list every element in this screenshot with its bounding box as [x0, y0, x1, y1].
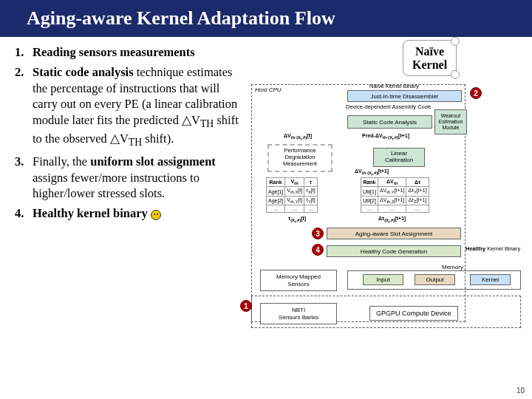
pred-dvth-label: Pred-ΔVth-(Xi,#)[t+1]: [362, 133, 409, 142]
diagram-area: Host CPU NaïveKernel Naïve Kernel Binary…: [251, 44, 525, 226]
memory-output-cell: Output: [415, 274, 455, 285]
title-banner: Aging-aware Kernel Adaptation Flow: [0, 0, 532, 37]
step-num: 3.: [15, 154, 33, 201]
memory-input-cell: Input: [363, 274, 403, 285]
step-text: Finally, the uniform slot assignment ass…: [33, 154, 245, 201]
tau-t-label: τ(Xi,#)[t]: [288, 216, 306, 225]
step-text: Static code analysis technique estimates…: [33, 64, 245, 149]
step-num: 4.: [15, 205, 33, 221]
memory-kernel-cell: Kernel: [470, 274, 511, 285]
step-marker-3: 3: [312, 228, 324, 239]
static-code-analysis-box: Static Code Analysis: [347, 115, 432, 129]
gpgpu-box: GPGPU Compute Device: [369, 306, 458, 321]
step-marker-4: 4: [312, 244, 324, 256]
smiley-icon: [151, 210, 161, 220]
host-cpu-label: Host CPU: [255, 86, 282, 93]
pdm-table: RankVthτ Age[1]Vth,X[t]τX[t] Age[2]Vth,Y…: [266, 177, 318, 213]
nbti-sensors-box: NBTISensors Banks: [260, 303, 337, 324]
content-area: 1.Reading sensors measurements 2.Static …: [0, 37, 532, 226]
device-dep-code-label: Device-dependent Assembly Code: [346, 103, 431, 110]
healthy-kernel-binary-label: Healthy Kernel Binary: [466, 245, 520, 252]
step-marker-1: 1: [240, 300, 252, 312]
naive-kernel-scroll: NaïveKernel: [403, 40, 457, 76]
memory-region: Input Output Kernel: [347, 270, 521, 290]
step-text: Healthy kernel binary: [33, 205, 245, 221]
dtau-t1-label: Δτ(Xi,#)[t+1]: [378, 216, 406, 225]
slide-number: 10: [516, 386, 525, 395]
page-title: Aging-aware Kernel Adaptation Flow: [27, 7, 335, 30]
step-marker-2: 2: [470, 87, 482, 99]
jit-disassembler-box: Just-in-time Disassembler: [347, 90, 462, 102]
step-num: 1.: [15, 44, 33, 60]
naive-kernel-binary-label: Naïve Kernel Binary: [369, 83, 419, 89]
slot-assignment-box: Aging-aware Slot Assignment: [327, 228, 461, 239]
memory-mapped-sensors-box: Memory MappedSensors: [260, 270, 337, 291]
step-text: Reading sensors measurements: [33, 44, 245, 60]
dvth-out-label: ΔVth-(Xi,#)[t+1]: [355, 168, 389, 177]
linear-calibration-box: LinearCalibration: [373, 148, 425, 167]
performance-degradation-box: PerformanceDegradationMeasurement: [267, 144, 332, 172]
wearout-module-box: WearoutEstimationModule: [434, 109, 467, 134]
calibration-table: RankΔVthΔτ Util[1]ΔVth,Y[t+1]ΔτY[t+1] Ut…: [361, 177, 429, 213]
step-list: 1.Reading sensors measurements 2.Static …: [15, 44, 251, 226]
healthy-code-gen-box: Healthy Code Generation: [327, 245, 461, 257]
step-num: 2.: [15, 64, 33, 149]
memory-label: Memory: [440, 264, 465, 270]
dvth-label: ΔVth-(Xi,#)[t]: [284, 133, 312, 142]
